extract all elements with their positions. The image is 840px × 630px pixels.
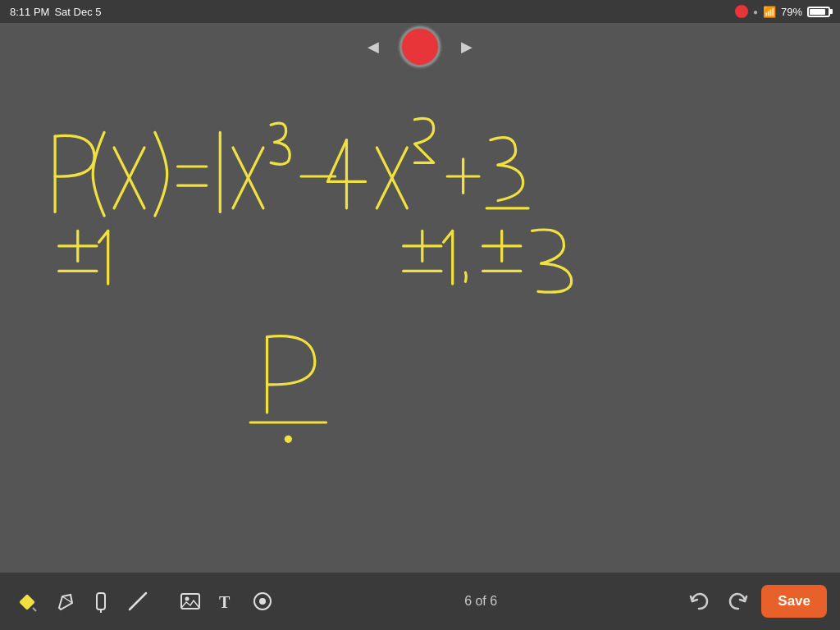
battery-pct: 79%	[781, 6, 802, 18]
record-indicator	[735, 5, 748, 18]
marker-tool[interactable]	[85, 585, 118, 618]
status-time: 8:11 PM	[10, 6, 49, 18]
nav-controls: ◀ ▶	[360, 26, 480, 67]
save-button[interactable]: Save	[761, 585, 827, 618]
redo-button[interactable]	[722, 585, 755, 618]
toolbar-right: Save	[682, 585, 827, 618]
wifi-icon: 📶	[763, 6, 776, 18]
svg-line-6	[130, 593, 146, 609]
svg-point-0	[285, 436, 292, 443]
pen-tool[interactable]	[49, 585, 82, 618]
text-tool[interactable]: T	[210, 585, 243, 618]
status-right: ● 📶 79%	[735, 5, 830, 18]
svg-text:T: T	[219, 593, 231, 611]
svg-point-8	[185, 597, 189, 601]
svg-point-10	[254, 593, 271, 609]
svg-line-2	[33, 608, 36, 611]
undo-button[interactable]	[682, 585, 715, 618]
nav-forward-button[interactable]: ▶	[454, 34, 480, 60]
dot-indicator: ●	[753, 7, 758, 16]
page-indicator: 6 of 6	[282, 594, 679, 609]
math-content	[0, 68, 840, 560]
status-bar: 8:11 PM Sat Dec 5 ● 📶 79%	[0, 0, 840, 23]
record-button[interactable]	[399, 26, 441, 67]
svg-line-3	[62, 596, 72, 603]
status-date: Sat Dec 5	[54, 6, 101, 18]
svg-rect-7	[181, 594, 199, 609]
toolbar: T 6 of 6 Save	[0, 573, 840, 630]
nav-back-button[interactable]: ◀	[360, 34, 386, 60]
image-tool[interactable]	[174, 585, 207, 618]
canvas-area[interactable]	[0, 23, 840, 573]
sticker-tool[interactable]	[246, 585, 279, 618]
svg-rect-4	[97, 593, 105, 609]
svg-point-11	[259, 598, 266, 605]
highlighter-tool[interactable]	[13, 585, 46, 618]
battery-icon	[807, 7, 830, 17]
svg-rect-1	[19, 594, 35, 610]
ruler-tool[interactable]	[121, 585, 154, 618]
